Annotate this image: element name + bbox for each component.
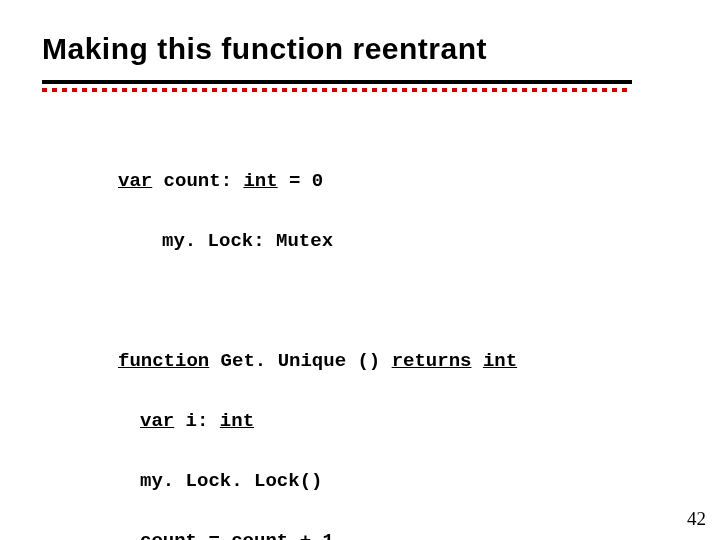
code-line-2: my. Lock: Mutex <box>118 226 517 256</box>
keyword-var: var <box>118 170 152 192</box>
slide-title: Making this function reentrant <box>42 32 487 66</box>
rule-dashed <box>42 88 632 92</box>
page-number: 42 <box>687 508 706 530</box>
keyword-int: int <box>243 170 277 192</box>
keyword-var: var <box>140 410 174 432</box>
keyword-int: int <box>220 410 254 432</box>
rule-solid <box>42 80 632 84</box>
title-underline <box>42 80 632 92</box>
code-line-4: var i: int <box>118 406 517 436</box>
keyword-returns: returns <box>392 350 472 372</box>
code-text: = 0 <box>278 170 324 192</box>
code-block: var count: int = 0 my. Lock: Mutex funct… <box>118 136 517 540</box>
slide: Making this function reentrant var count… <box>0 0 720 540</box>
code-text: my. Lock. Lock() <box>140 470 322 492</box>
code-line-5: my. Lock. Lock() <box>118 466 517 496</box>
code-line-6: count = count + 1 <box>118 526 517 540</box>
code-text: i: <box>174 410 220 432</box>
keyword-function: function <box>118 350 209 372</box>
code-text: Get. Unique () <box>209 350 391 372</box>
code-line-1: var count: int = 0 <box>118 166 517 196</box>
code-text: my. Lock: Mutex <box>162 230 333 252</box>
code-text: count: <box>152 170 243 192</box>
code-line-3: function Get. Unique () returns int <box>118 346 517 376</box>
code-text: count = count + 1 <box>140 530 334 540</box>
blank-line <box>118 286 517 316</box>
keyword-int: int <box>483 350 517 372</box>
